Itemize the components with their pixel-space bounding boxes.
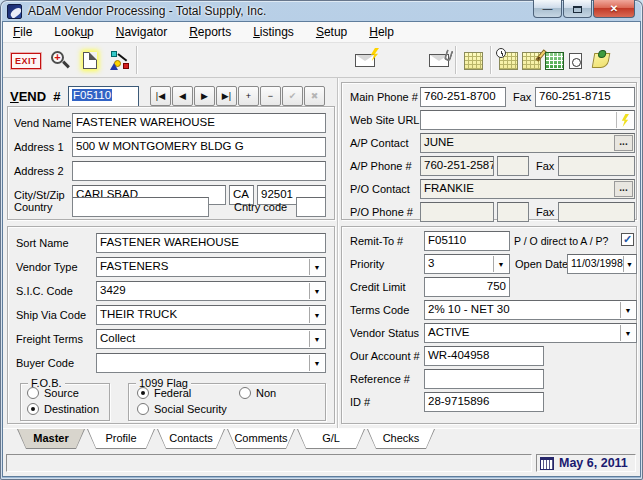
credit-limit-field[interactable]: 750 (424, 277, 510, 297)
id-number-field[interactable]: 28-9715896 (424, 392, 544, 412)
terms-code-label: Terms Code (350, 304, 409, 316)
nav-prior-button[interactable]: ◀ (172, 86, 193, 106)
chevron-down-icon[interactable]: ▼ (309, 331, 324, 347)
vendor-status-combo[interactable]: ACTIVE▼ (424, 323, 637, 343)
nav-last-button[interactable]: ▶| (216, 86, 237, 106)
web-site-url-field[interactable] (420, 110, 635, 130)
menu-help[interactable]: Help (369, 25, 394, 39)
cntry-code-field[interactable] (296, 197, 326, 217)
terms-code-combo[interactable]: 2% 10 - NET 30▼ (424, 300, 637, 320)
main-phone-field[interactable]: 760-251-8700 (420, 87, 506, 107)
maximize-button[interactable] (563, 0, 592, 18)
tab-checks[interactable]: Checks (367, 429, 435, 449)
menu-listings[interactable]: Listings (253, 25, 294, 39)
chevron-down-icon[interactable]: ▼ (620, 325, 635, 341)
po-direct-checkbox[interactable]: ✓ (621, 233, 634, 246)
document-clock-button[interactable] (569, 48, 582, 73)
chevron-down-icon[interactable]: ▼ (309, 283, 324, 299)
vend-name-field[interactable]: FASTENER WAREHOUSE (72, 113, 326, 133)
po-phone-field[interactable] (420, 202, 494, 222)
flag1099-social-security-radio[interactable]: Social Security (137, 403, 227, 415)
priority-combo[interactable]: 3▼ (424, 254, 510, 274)
table-button[interactable] (545, 48, 564, 73)
menu-file[interactable]: File (13, 25, 32, 39)
chevron-down-icon[interactable]: ▼ (309, 355, 324, 371)
menu-navigator[interactable]: Navigator (116, 25, 167, 39)
titlebar[interactable]: ADaM Vendor Processing - Total Supply, I… (0, 0, 643, 22)
tab-comments[interactable]: Comments (227, 429, 295, 449)
nav-first-button[interactable]: |◀ (150, 86, 171, 106)
vendor-type-combo[interactable]: FASTENERS▼ (96, 257, 326, 277)
po-fax-field[interactable] (558, 202, 635, 222)
nav-insert-button[interactable]: + (238, 86, 259, 106)
country-field[interactable] (72, 197, 209, 217)
mail-compose-button[interactable] (355, 48, 375, 73)
flag1099-federal-radio[interactable]: Federal (137, 387, 191, 399)
nav-next-button[interactable]: ▶ (194, 86, 215, 106)
nav-delete-button[interactable]: − (260, 86, 281, 106)
main-fax-label: Fax (513, 91, 531, 103)
page-tabs: Master Profile Contacts Comments G/L Che… (3, 428, 640, 451)
tab-profile[interactable]: Profile (87, 429, 155, 449)
po-contact-lookup-button[interactable]: ... (614, 181, 633, 197)
chevron-down-icon[interactable]: ▼ (309, 307, 324, 323)
chevron-down-icon[interactable]: ▼ (493, 256, 508, 272)
radio-icon (137, 403, 149, 415)
close-button[interactable]: ✕ (593, 0, 635, 18)
calendar-clock-button[interactable] (499, 48, 518, 73)
menu-setup[interactable]: Setup (316, 25, 347, 39)
ship-via-combo[interactable]: THEIR TRUCK▼ (96, 305, 326, 325)
tab-gl[interactable]: G/L (297, 429, 365, 449)
ap-fax-field[interactable] (558, 156, 635, 176)
open-date-combo[interactable]: 11/03/1998▼ (567, 254, 637, 274)
mail-attachment-button[interactable] (429, 48, 449, 73)
chevron-down-icon[interactable]: ▼ (309, 259, 324, 275)
menu-reports[interactable]: Reports (189, 25, 231, 39)
buyer-code-combo[interactable]: ▼ (96, 353, 326, 373)
freight-terms-combo[interactable]: Collect▼ (96, 329, 326, 349)
app-icon (7, 4, 22, 19)
tab-contacts[interactable]: Contacts (157, 429, 225, 449)
ap-phone-ext-field[interactable] (497, 156, 529, 176)
priority-label: Priority (350, 258, 384, 270)
address1-field[interactable]: 500 W MONTGOMERY BLDG G (72, 137, 326, 157)
open-url-button[interactable] (616, 112, 633, 128)
spreadsheet-icon (464, 52, 483, 70)
po-contact-label: P/O Contact (350, 183, 410, 195)
exit-button[interactable]: EXIT (11, 48, 41, 73)
main-fax-field[interactable]: 760-251-8715 (535, 87, 635, 107)
new-record-button[interactable] (83, 48, 97, 73)
sic-code-combo[interactable]: 3429▼ (96, 281, 326, 301)
reference-field[interactable] (424, 369, 544, 389)
fob-source-radio[interactable]: Source (27, 387, 79, 399)
address1-label: Address 1 (14, 141, 64, 153)
ap-contact-field[interactable]: JUNE... (420, 133, 635, 153)
address2-field[interactable] (72, 161, 326, 181)
po-phone-ext-field[interactable] (497, 202, 529, 222)
sticky-note-button[interactable] (593, 48, 609, 73)
navigator-button[interactable] (109, 48, 131, 73)
nav-cancel-button[interactable]: ✖ (304, 86, 325, 106)
flag1099-non-radio[interactable]: Non (239, 387, 276, 399)
menu-lookup[interactable]: Lookup (54, 25, 93, 39)
calendar-clock-icon (499, 52, 518, 70)
search-button[interactable]: + (49, 48, 71, 73)
ap-phone-field[interactable]: 760-251-2587 (420, 156, 494, 176)
fob-destination-radio[interactable]: Destination (27, 403, 99, 415)
spreadsheet-button[interactable] (464, 48, 483, 73)
minimize-button[interactable]: — (533, 0, 562, 18)
po-contact-field[interactable]: FRANKIE... (420, 179, 635, 199)
radio-icon (239, 387, 251, 399)
chevron-down-icon[interactable]: ▼ (623, 256, 635, 272)
calendar-edit-button[interactable] (522, 48, 541, 73)
ap-contact-lookup-button[interactable]: ... (614, 135, 633, 151)
nav-post-button[interactable]: ✔ (282, 86, 303, 106)
vend-number-field[interactable]: F05110 (68, 86, 139, 107)
radio-icon (27, 403, 39, 415)
tab-master[interactable]: Master (17, 429, 85, 449)
ap-fax-label: Fax (536, 160, 554, 172)
our-account-field[interactable]: WR-404958 (424, 346, 544, 366)
remit-to-field[interactable]: F05110 (424, 231, 510, 251)
chevron-down-icon[interactable]: ▼ (620, 302, 635, 318)
sort-name-field[interactable]: FASTENER WAREHOUSE (96, 233, 326, 253)
